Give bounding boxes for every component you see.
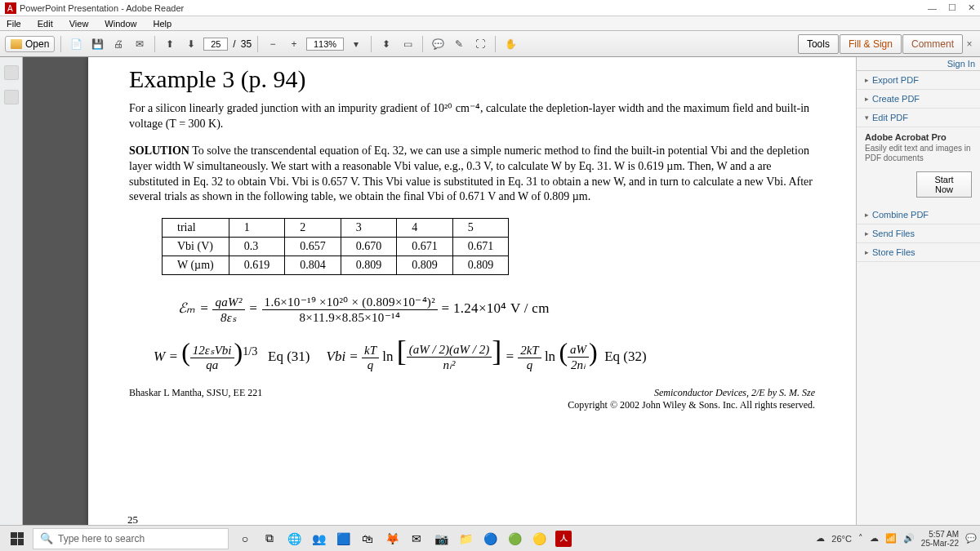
table-row: W (µm)0.6190.8040.8090.8090.809 — [163, 256, 509, 275]
equation-w-vbi: W = (12εₛVbiqa)1/3 Eq (31) Vbi = kTq ln … — [154, 341, 815, 372]
sign-icon[interactable]: ✎ — [450, 35, 468, 53]
create-pdf-icon[interactable]: 📄 — [67, 35, 85, 53]
window-title: PowerPoint Presentation - Adobe Reader — [20, 3, 928, 13]
combine-pdf[interactable]: Combine PDF — [857, 206, 980, 224]
app2-icon[interactable]: 🟢 — [505, 529, 524, 549]
volume-icon[interactable]: 🔊 — [903, 533, 915, 544]
svg-text:A: A — [7, 4, 13, 13]
taskbar-search[interactable]: 🔍 Type here to search — [33, 528, 229, 549]
page-total: 35 — [241, 38, 252, 50]
task-view-icon[interactable]: ⧉ — [260, 529, 279, 549]
store-files[interactable]: Store Files — [857, 243, 980, 262]
equation-em: ℰₘ = qaW²8εₛ = 1.6×10⁻¹⁹ ×10²⁰ × (0.809×… — [178, 295, 815, 325]
tray-chevron-icon[interactable]: ˄ — [858, 533, 863, 544]
menu-view[interactable]: View — [66, 18, 92, 29]
create-pdf[interactable]: Create PDF — [857, 90, 980, 109]
slide-footer: Bhaskar L Mantha, SJSU, EE 221 Semicondu… — [129, 387, 815, 411]
notifications-icon[interactable]: 💬 — [965, 533, 977, 544]
tools-pane: Sign In Export PDF Create PDF Edit PDF A… — [856, 57, 980, 533]
menu-help[interactable]: Help — [149, 18, 175, 29]
chrome-icon[interactable]: 🌐 — [284, 529, 304, 549]
edge-icon[interactable]: 🟦 — [333, 529, 353, 549]
comment-bubble-icon[interactable]: 💬 — [429, 35, 447, 53]
cortana-icon[interactable]: ○ — [235, 529, 255, 549]
fill-sign-tab[interactable]: Fill & Sign — [840, 34, 902, 54]
save-icon[interactable]: 💾 — [88, 35, 106, 53]
problem-text: For a silicon linearly graded junction w… — [129, 101, 815, 132]
sign-in-link[interactable]: Sign In — [857, 57, 980, 71]
page-current[interactable]: 25 — [203, 38, 228, 51]
email-icon[interactable]: ✉ — [131, 35, 149, 53]
start-now-button[interactable]: Start Now — [916, 171, 972, 198]
menu-window[interactable]: Window — [101, 18, 140, 29]
export-pdf[interactable]: Export PDF — [857, 71, 980, 90]
trial-table: trial12345 Vbi (V)0.30.6570.6700.6710.67… — [162, 218, 509, 275]
zoom-level[interactable]: 113% — [306, 38, 344, 51]
tools-tab[interactable]: Tools — [798, 34, 839, 54]
folder-icon — [11, 39, 22, 49]
app-icon: A — [5, 2, 16, 14]
solution-text: SOLUTION To solve the transcendental equ… — [129, 144, 815, 206]
pro-desc: Easily edit text and images in PDF docum… — [857, 144, 980, 168]
menu-file[interactable]: File — [3, 18, 24, 29]
comment-tab[interactable]: Comment — [902, 34, 963, 54]
print-icon[interactable]: 🖨 — [109, 35, 127, 53]
teams-icon[interactable]: 👥 — [309, 529, 328, 549]
open-button[interactable]: Open — [5, 36, 55, 52]
document-area[interactable]: Example 3 (p. 94) For a silicon linearly… — [23, 57, 856, 533]
page-title: Example 3 (p. 94) — [129, 65, 815, 93]
attachments-icon[interactable] — [4, 90, 19, 104]
taskbar: 🔍 Type here to search ○ ⧉ 🌐 👥 🟦 🛍 🦊 ✉ 📷 … — [0, 525, 980, 551]
store-icon[interactable]: 🛍 — [358, 529, 377, 549]
pdf-page: Example 3 (p. 94) For a silicon linearly… — [88, 57, 856, 533]
camera-icon[interactable]: 📷 — [431, 529, 451, 549]
zoom-dropdown-icon[interactable]: ▾ — [347, 35, 365, 53]
fullscreen-icon[interactable]: ⛶ — [471, 35, 489, 53]
thumbnails-icon[interactable] — [4, 65, 19, 80]
clock[interactable]: 5:57 AM 25-Mar-22 — [921, 530, 959, 548]
wifi-icon[interactable]: 📶 — [885, 533, 897, 544]
menubar: File Edit View Window Help — [0, 16, 980, 31]
app1-icon[interactable]: 🔵 — [480, 529, 500, 549]
zoom-in-icon[interactable]: + — [285, 35, 303, 53]
menu-edit[interactable]: Edit — [34, 18, 56, 29]
weather-icon[interactable]: ☁ — [816, 533, 825, 544]
mail-icon[interactable]: ✉ — [407, 529, 426, 549]
footer-left: Bhaskar L Mantha, SJSU, EE 221 — [129, 387, 262, 411]
maximize-button[interactable]: ☐ — [948, 2, 956, 13]
fit-width-icon[interactable]: ⬍ — [377, 35, 395, 53]
send-files[interactable]: Send Files — [857, 224, 980, 243]
temperature[interactable]: 26°C — [831, 534, 852, 544]
left-nav-bar — [0, 57, 23, 533]
firefox-icon[interactable]: 🦊 — [382, 529, 402, 549]
table-row: Vbi (V)0.30.6570.6700.6710.671 — [163, 238, 509, 256]
collapse-pane-icon[interactable]: × — [964, 38, 975, 50]
search-icon: 🔍 — [40, 532, 53, 544]
close-button[interactable]: ✕ — [968, 2, 975, 13]
edit-pdf[interactable]: Edit PDF — [857, 109, 980, 127]
app3-icon[interactable]: 🟡 — [529, 529, 549, 549]
explorer-icon[interactable]: 📁 — [456, 529, 475, 549]
onedrive-icon[interactable]: ☁ — [870, 533, 879, 544]
minimize-button[interactable]: — — [928, 3, 937, 13]
fit-page-icon[interactable]: ▭ — [399, 35, 416, 53]
adobe-reader-icon[interactable]: 人 — [554, 529, 573, 549]
page-up-icon[interactable]: ⬆ — [161, 35, 179, 53]
hand-icon[interactable]: ✋ — [501, 35, 519, 53]
windows-icon — [11, 532, 24, 545]
table-row: trial12345 — [163, 219, 509, 238]
page-down-icon[interactable]: ⬇ — [182, 35, 200, 53]
zoom-out-icon[interactable]: − — [264, 35, 282, 53]
start-button[interactable] — [3, 527, 31, 550]
pro-title: Adobe Acrobat Pro — [857, 127, 980, 144]
